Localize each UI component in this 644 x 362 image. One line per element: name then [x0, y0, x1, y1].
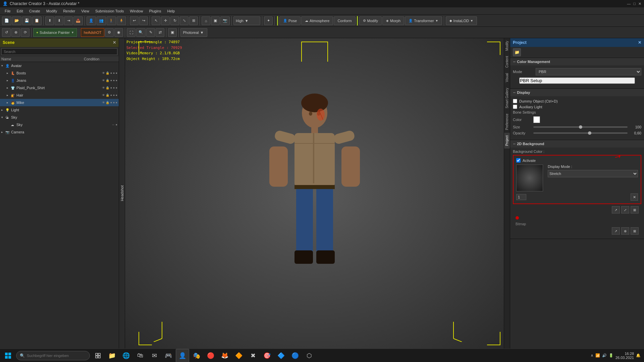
mail-btn[interactable]: ✉ [148, 349, 161, 362]
taskbar-search-input[interactable] [27, 354, 86, 358]
figure2-btn[interactable]: 👥 [97, 16, 106, 25]
tb2-zoom-btn[interactable]: 🔍 [136, 28, 146, 37]
tree-shirt[interactable]: ▸ 👕 Plaid_Punk_Shirt 👁 🔒 ● ● ● [0, 84, 119, 92]
extra2-btn[interactable]: 🎯 [260, 349, 274, 362]
figure3-btn[interactable]: 🚶 [107, 16, 116, 25]
tree-sky-group[interactable]: ▾ 🌤 Sky [0, 114, 119, 121]
headshot-btn[interactable]: heAdshOT [81, 28, 105, 37]
tb2-frame-btn[interactable]: ▣ [168, 28, 177, 37]
save-btn[interactable]: 💾 [22, 16, 32, 25]
blender-btn[interactable]: 🔶 [232, 349, 246, 362]
file-explorer-btn[interactable]: 📁 [105, 349, 119, 362]
red-launcher-btn[interactable]: 🔴 [204, 349, 217, 362]
store-btn[interactable]: 🛍 [133, 349, 147, 362]
import-icon-btn[interactable]: ⤢ [621, 206, 629, 214]
opacity-slider[interactable] [533, 132, 628, 134]
transformer-btn[interactable]: 👤 Transformer ▼ [405, 16, 442, 25]
extra3-btn[interactable]: 🔷 [274, 349, 288, 362]
scale-btn[interactable]: ⤡ [180, 16, 189, 25]
bottom-btn-2[interactable]: ⊕ [621, 227, 629, 235]
conform-btn[interactable]: Conform [334, 16, 355, 25]
headshot-settings-btn[interactable]: ⚙ [105, 28, 114, 37]
pose-btn[interactable]: 👤 Pose [279, 16, 301, 25]
menu-plugins[interactable]: Plugins [146, 8, 164, 14]
bottom-btn-1[interactable]: ↗ [612, 227, 620, 235]
headshot-extra-btn[interactable]: ◉ [114, 28, 123, 37]
viewport[interactable]: Project Triangle : 74897 Selected Triang… [125, 38, 504, 349]
game-btn[interactable]: 🎮 [162, 349, 175, 362]
cc3-btn[interactable]: 👤 [176, 349, 189, 362]
blender2-btn[interactable]: 🔵 [288, 349, 302, 362]
menu-submission[interactable]: Submission Tools [93, 8, 126, 14]
aux-light-cb[interactable] [513, 105, 517, 109]
maximize-btn[interactable]: □ [633, 2, 636, 6]
figure4-btn[interactable]: 🧍 [117, 16, 126, 25]
save-as-btn[interactable]: 📋 [32, 16, 42, 25]
scene-search-input[interactable] [1, 48, 117, 55]
tab-project[interactable]: Project [504, 133, 510, 148]
tb2-brush-btn[interactable]: ✎ [146, 28, 155, 37]
modify-btn[interactable]: ⚙ Modify [359, 16, 382, 25]
menu-render[interactable]: Render [60, 8, 78, 14]
bottom-btn-3[interactable]: ⊠ [631, 227, 639, 235]
tray-notification-btn[interactable]: 🔔 [636, 353, 641, 358]
menu-window[interactable]: Window [127, 8, 146, 14]
dummy-object-cb[interactable] [513, 99, 517, 103]
extra4-btn[interactable]: ⬡ [303, 349, 316, 362]
menu-view[interactable]: View [78, 8, 92, 14]
tb2-edit-btn[interactable]: ⛶ [127, 28, 136, 37]
figure-btn[interactable]: 👤 [87, 16, 96, 25]
bg-2d-title[interactable]: − 2D Background [510, 140, 644, 147]
bone-color-swatch[interactable] [533, 116, 540, 123]
bg-close-btn[interactable]: ✕ [631, 193, 638, 201]
scene-close-btn[interactable]: ✕ [113, 40, 116, 45]
start-button[interactable] [0, 349, 16, 362]
tb2-center-btn[interactable]: ⊕ [11, 28, 20, 37]
clear-icon-btn[interactable]: ⊠ [631, 206, 639, 214]
menu-edit[interactable]: Edit [14, 8, 26, 14]
display-mode-select[interactable]: Stretch [548, 170, 638, 177]
atmosphere-btn[interactable]: ☁ Atmosphere [301, 16, 333, 25]
bg-gradient-preview[interactable] [516, 165, 543, 191]
activate-cb[interactable] [516, 158, 521, 163]
task-view-btn[interactable] [91, 349, 105, 362]
close-btn[interactable]: ✕ [638, 2, 641, 6]
export-btn[interactable]: ⬇ [55, 16, 63, 25]
substance-painter-btn[interactable]: ● Substance Painter ▼ [33, 28, 77, 37]
mode-select[interactable]: PBR [536, 68, 641, 75]
select-btn[interactable]: ↖ [152, 16, 160, 25]
tree-light[interactable]: ▸ 💡 Light [0, 106, 119, 114]
extra1-btn[interactable]: ✖ [246, 349, 260, 362]
tree-boots[interactable]: ▸ 👢 Boots 👁 🔒 ● ● ● [0, 69, 119, 77]
export3-btn[interactable]: 📤 [73, 16, 83, 25]
tree-camera[interactable]: ▸ 📷 Camera [0, 128, 119, 136]
cam-btn[interactable]: 📷 [220, 16, 230, 25]
display-title[interactable]: − Display [510, 89, 644, 96]
import-btn[interactable]: ⬆ [45, 16, 54, 25]
bg-value-input[interactable] [516, 194, 526, 200]
tab-preference[interactable]: Preference [504, 111, 510, 133]
tree-sky[interactable]: ☁ Sky ↔ ● [0, 121, 119, 128]
tb2-paintbucket-btn[interactable]: ⇄ [156, 28, 164, 37]
open-btn[interactable]: 📂 [12, 16, 21, 25]
menu-help[interactable]: Help [164, 8, 177, 14]
undo-btn[interactable]: ↩ [130, 16, 139, 25]
new-btn[interactable]: 📄 [2, 16, 11, 25]
tree-avatar[interactable]: ▾ 👤 Avatar [0, 62, 119, 69]
instalod-btn[interactable]: ◆ InstaLOD ▼ [446, 16, 477, 25]
taskbar-search[interactable]: 🔍 [16, 351, 90, 360]
home-btn[interactable]: ⌂ [202, 16, 210, 25]
tray-up-arrow[interactable]: ∧ [591, 353, 593, 358]
pbr-setup-btn[interactable]: PBR Setup [519, 77, 635, 84]
redo-btn[interactable]: ↪ [139, 16, 148, 25]
size-slider[interactable] [533, 126, 628, 128]
rotate-btn[interactable]: ↻ [170, 16, 179, 25]
widget-btn[interactable]: ⊞ [189, 16, 198, 25]
move-btn[interactable]: ✛ [161, 16, 170, 25]
view-btn[interactable]: ▣ [211, 16, 220, 25]
tab-visual[interactable]: Visual [504, 70, 510, 85]
tree-hair[interactable]: ▸ 💇 Hair 👁 🔒 ● ● ● [0, 92, 119, 99]
sun-btn[interactable]: ✦ [264, 16, 273, 25]
tree-mike[interactable]: ▸ 🧑 Mike 👁 🔒 ● ● ● [0, 99, 119, 106]
tb2-rot-btn[interactable]: ↺ [2, 28, 11, 37]
